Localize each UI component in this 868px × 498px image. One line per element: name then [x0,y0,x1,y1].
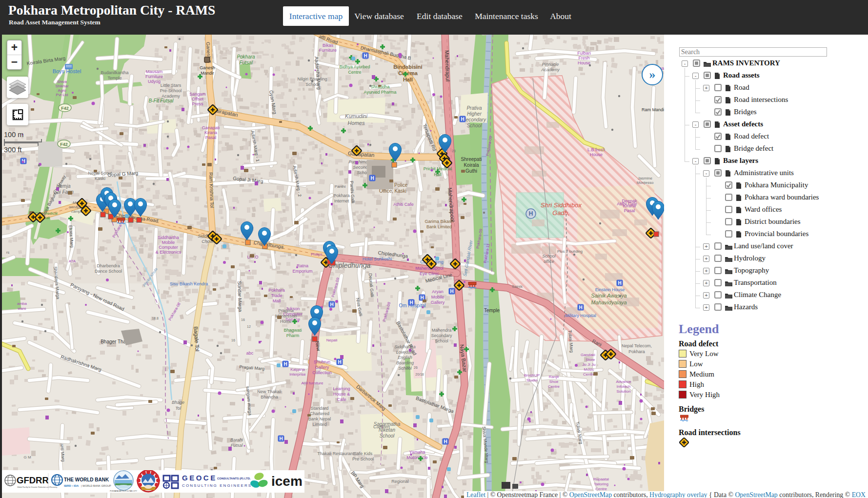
svg-text:School: School [380,433,395,438]
svg-text:F42: F42 [61,106,69,111]
svg-text:Furniture: Furniture [145,74,163,79]
svg-text:Bhagwati: Bhagwati [283,328,302,333]
svg-text:23: 23 [452,149,456,153]
svg-text:Military Hospital: Military Hospital [565,313,596,318]
svg-text:& Electronics: & Electronics [156,250,182,255]
svg-text:H: H [409,300,413,305]
svg-text:Little Stars: Little Stars [161,83,182,88]
svg-text:Global Facility for Disaster R: Global Facility for Disaster Reduction a… [17,486,57,488]
svg-text:School: School [467,123,482,128]
svg-text:POKHARA METROPOLITAN CITY: POKHARA METROPOLITAN CITY [110,490,137,492]
svg-text:Garima Bikash: Garima Bikash [424,219,453,224]
svg-text:Mahendra: Mahendra [432,328,452,333]
svg-text:Siddhartha: Siddhartha [158,235,179,240]
svg-text:Jo Ji Ju: Jo Ji Ju [582,362,595,367]
svg-text:Udyog: Udyog [148,79,161,84]
svg-text:30: 30 [406,366,410,369]
svg-text:Pre-School: Pre-School [160,88,182,93]
svg-text:Kirana: Kirana [204,130,217,135]
svg-text:Pasal: Pasal [624,208,635,213]
svg-text:Shreepati: Shreepati [461,157,482,162]
svg-text:Computer: Computer [159,245,178,250]
svg-text:Offset: Offset [192,97,203,101]
svg-text:abc: abc [246,351,254,356]
svg-text:Limited: Limited [312,422,326,427]
svg-text:GEOCE: GEOCE [182,474,217,482]
svg-text:Centre: Centre [583,372,595,377]
svg-text:Fresh: Fresh [578,56,589,60]
svg-text:Sangam: Sangam [189,92,206,97]
svg-text:Nepali: Nepali [326,338,338,342]
svg-text:Boarding: Boarding [396,360,414,365]
svg-text:Kaski: Kaski [95,176,105,181]
svg-text:Sisu Bikash Kendra: Sisu Bikash Kendra [170,281,208,286]
svg-text:Kalpana: Kalpana [290,367,305,372]
svg-text:H: H [444,439,447,444]
svg-text:Bank Nepal: Bank Nepal [308,417,331,421]
svg-text:Gallery: Gallery [315,365,329,370]
svg-text:26: 26 [414,366,418,369]
svg-text:Collection: Collection [312,370,332,375]
svg-text:Academy: Academy [541,67,560,72]
svg-text:House: House [590,152,603,157]
svg-text:F42: F42 [60,142,68,147]
svg-text:Gadh,: Gadh, [552,209,569,217]
svg-text:Fulbari: Fulbari [577,51,591,56]
svg-text:Safe Kids: Safe Kids [354,451,373,456]
svg-text:Pharm: Pharm [286,333,300,338]
svg-text:Secondary: Secondary [463,117,486,122]
svg-text:Trade: Trade [271,293,282,298]
svg-text:Einstein House: Einstein House [595,287,625,292]
svg-text:Mahavidyalaya: Mahavidyalaya [591,299,626,305]
svg-text:icem: icem [271,474,303,489]
svg-text:Bank Limited: Bank Limited [426,224,452,229]
svg-text:Store: Store [585,358,595,362]
svg-text:Shubrun: Shubrun [314,359,330,364]
svg-text:Home: Home [280,319,292,324]
svg-text:Plus 2 building: Plus 2 building [557,249,583,254]
svg-text:Pasal: Pasal [205,135,217,140]
svg-text:Interprise: Interprise [289,372,306,377]
svg-text:Nepal Scout: Nepal Scout [88,171,112,176]
svg-text:GFDRR: GFDRR [17,475,49,485]
svg-text:BrushUP: BrushUP [524,373,540,378]
svg-text:Ganapati: Ganapati [202,125,220,130]
svg-text:School: School [398,366,412,371]
svg-text:Mall: Mall [273,299,281,303]
svg-text:IBRD • IDA: IBRD • IDA [64,484,79,487]
svg-text:Advance: Advance [616,379,631,384]
svg-text:Motorcycle: Motorcycle [406,455,428,460]
svg-text:Music: Music [584,367,594,372]
svg-text:H: H [370,176,374,181]
svg-text:CONSULTING ENGINEERS: CONSULTING ENGINEERS [182,483,252,488]
svg-text:Koirala: Koirala [464,162,479,168]
svg-text:Centre: Centre [595,487,607,491]
svg-text:Philips: Philips [311,252,323,257]
svg-text:H: H [283,361,287,367]
svg-text:H: H [618,280,621,286]
svg-text:Shiva: Shiva [57,80,67,84]
svg-text:rs: rs [6,250,10,255]
svg-text:Learning: Learning [333,386,350,391]
svg-text:Dharbendra: Dharbendra [97,263,120,268]
svg-text:Tailoring: Tailoring [594,482,608,486]
svg-text:Homes: Homes [348,120,365,126]
svg-text:Dance School: Dance School [95,269,122,274]
svg-text:ware: ware [17,306,26,311]
svg-text:H: H [330,302,333,307]
svg-text:H: H [450,289,453,294]
svg-text:Sagarmatha: Sagarmatha [374,421,401,427]
svg-text:Gandaki: Gandaki [581,353,595,357]
svg-text:Ratna: Ratna [297,263,308,268]
svg-text:Regional: Regional [391,479,409,484]
svg-text:Jasmine: Jasmine [638,176,652,180]
svg-text:Athiti Cafe: Athiti Cafe [393,202,414,207]
svg-text:New Thakali: New Thakali [257,389,281,394]
svg-text:Higher: Higher [467,111,482,117]
svg-text:Ranjit: Ranjit [549,375,559,379]
svg-text:Pre School: Pre School [352,457,374,461]
svg-text:Sundar Marga: Sundar Marga [237,281,243,312]
svg-text:Pinnacle: Pinnacle [542,62,559,67]
svg-text:16: 16 [241,318,245,321]
svg-text:Bhage: Bhage [172,400,184,405]
